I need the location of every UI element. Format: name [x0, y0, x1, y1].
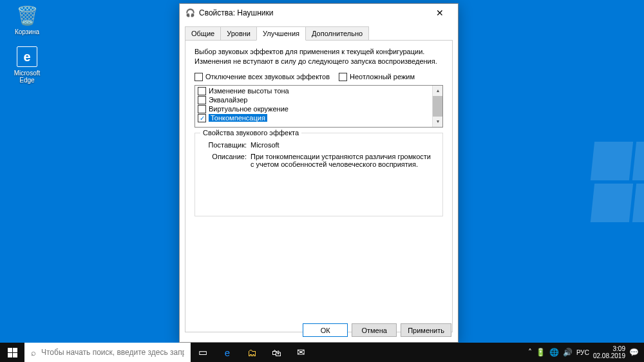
- tab-enhancements[interactable]: Улучшения: [256, 26, 306, 41]
- provider-label: Поставщик:: [204, 141, 251, 149]
- notification-icon[interactable]: 💬: [629, 348, 639, 357]
- provider-value: Microsoft: [251, 141, 433, 149]
- checkbox-immediate[interactable]: Неотложный режим: [339, 73, 415, 81]
- checkbox-label: Неотложный режим: [350, 73, 415, 81]
- tray-chevron-up-icon[interactable]: ˄: [528, 348, 532, 357]
- scroll-thumb[interactable]: [433, 96, 442, 117]
- battery-icon[interactable]: 🔋: [536, 348, 545, 357]
- taskbar: ⌕ ▭ e 🗂 🛍 ✉ ˄ 🔋 🌐 🔊 РУС 3:09 02.08.2019 …: [0, 343, 644, 362]
- taskbar-app-explorer[interactable]: 🗂: [240, 343, 264, 362]
- recycle-bin-icon: 🗑️: [15, 4, 39, 27]
- desktop-icon-label: Корзина: [9, 28, 45, 35]
- effect-label: Виртуальное окружение: [209, 105, 289, 113]
- tab-strip: Общие Уровни Улучшения Дополнительно: [185, 26, 453, 40]
- start-button[interactable]: [0, 343, 24, 362]
- checkbox-icon: ✓: [198, 114, 206, 122]
- apply-button[interactable]: Применить: [401, 323, 451, 337]
- language-indicator[interactable]: РУС: [576, 349, 589, 356]
- effect-item[interactable]: Виртуальное окружение: [198, 105, 430, 114]
- effects-listbox[interactable]: Изменение высоты тонаЭквалайзерВиртуальн…: [194, 85, 443, 128]
- windows-logo-icon: [8, 348, 17, 357]
- checkbox-disable-all[interactable]: Отключение всех звуковых эффектов: [194, 73, 330, 81]
- search-input[interactable]: [41, 348, 184, 357]
- desktop-icon-edge[interactable]: e Microsoft Edge: [9, 45, 45, 84]
- dialog-title-text: Свойства: Наушники: [199, 8, 273, 17]
- scroll-down-button[interactable]: ▾: [433, 117, 442, 127]
- tab-content: Выбор звуковых эффектов для применения к…: [185, 40, 453, 332]
- tab-general[interactable]: Общие: [185, 26, 221, 41]
- scrollbar[interactable]: ▴ ▾: [432, 86, 442, 127]
- description-label: Описание:: [204, 153, 251, 168]
- headphones-icon: 🎧: [185, 8, 195, 18]
- network-icon[interactable]: 🌐: [549, 348, 559, 357]
- effect-item[interactable]: Изменение высоты тона: [198, 87, 430, 96]
- desktop-icon-recycle-bin[interactable]: 🗑️ Корзина: [9, 4, 45, 35]
- checkbox-icon: [194, 73, 203, 81]
- edge-icon: e: [15, 45, 39, 68]
- ok-button[interactable]: ОК: [303, 323, 348, 337]
- checkbox-icon: [198, 87, 206, 95]
- group-title: Свойства звукового эффекта: [200, 129, 301, 137]
- time-text: 3:09: [593, 345, 625, 353]
- clock[interactable]: 3:09 02.08.2019: [593, 345, 625, 360]
- taskbar-app-mail[interactable]: ✉: [289, 343, 313, 362]
- checkbox-icon: [198, 96, 206, 104]
- scroll-up-button[interactable]: ▴: [433, 86, 442, 96]
- taskbar-search[interactable]: ⌕: [24, 343, 191, 362]
- effect-properties-group: Свойства звукового эффекта Поставщик: Mi…: [194, 133, 443, 216]
- desktop-icon-label: Microsoft Edge: [9, 70, 45, 84]
- properties-dialog: 🎧 Свойства: Наушники ✕ Общие Уровни Улуч…: [179, 3, 459, 343]
- checkbox-icon: [198, 105, 206, 113]
- dialog-titlebar[interactable]: 🎧 Свойства: Наушники ✕: [180, 4, 458, 22]
- tab-levels[interactable]: Уровни: [220, 26, 257, 41]
- cancel-button[interactable]: Отмена: [352, 323, 397, 337]
- volume-icon[interactable]: 🔊: [563, 348, 573, 357]
- search-icon: ⌕: [31, 348, 36, 357]
- tab-advanced[interactable]: Дополнительно: [305, 26, 369, 41]
- taskbar-app-edge[interactable]: e: [215, 343, 240, 362]
- effect-label: Эквалайзер: [209, 96, 247, 104]
- task-view-button[interactable]: ▭: [191, 343, 215, 362]
- system-tray: ˄ 🔋 🌐 🔊 РУС 3:09 02.08.2019 💬: [523, 343, 644, 362]
- date-text: 02.08.2019: [593, 352, 625, 360]
- effect-item[interactable]: Эквалайзер: [198, 96, 430, 105]
- description-text: Выбор звуковых эффектов для применения к…: [194, 47, 443, 66]
- description-value: При тонкомпенсации устраняются различия …: [251, 153, 433, 168]
- effect-label: Изменение высоты тона: [209, 87, 289, 95]
- checkbox-label: Отключение всех звуковых эффектов: [205, 73, 330, 81]
- checkbox-icon: [339, 73, 347, 81]
- close-button[interactable]: ✕: [427, 4, 453, 22]
- effect-item[interactable]: ✓Тонкомпенсация: [198, 114, 430, 123]
- effect-label: Тонкомпенсация: [209, 114, 267, 122]
- taskbar-app-store[interactable]: 🛍: [264, 343, 289, 362]
